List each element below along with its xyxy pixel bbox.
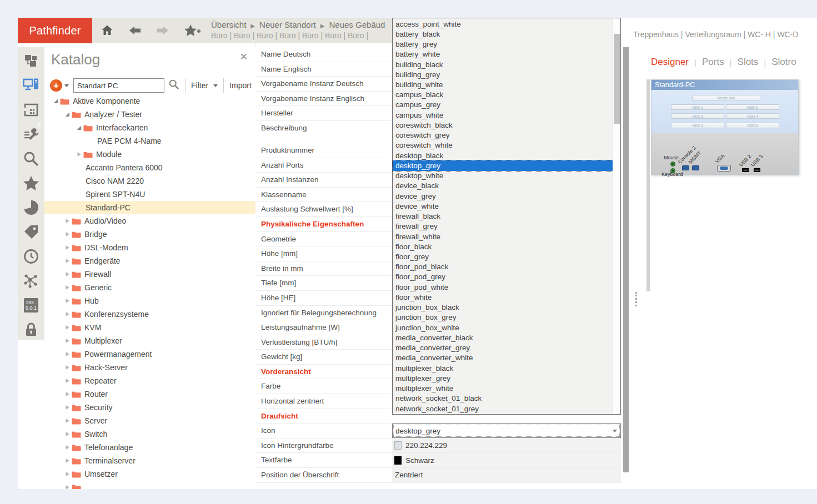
room-strip-right[interactable]: Treppenhaus | Verteilungsraum | WC- H | …	[633, 30, 816, 39]
dropdown-option-battery_black[interactable]: battery_black	[393, 29, 613, 39]
tree-item-accanto-pantera-6000[interactable]: Accanto Pantera 6000	[44, 161, 255, 174]
home-icon[interactable]	[100, 24, 114, 37]
dropdown-option-desktop_white[interactable]: desktop_white	[393, 171, 613, 181]
property-value[interactable]: 220.224.229	[392, 439, 621, 453]
tree-item-repeater[interactable]: Repeater	[44, 374, 255, 387]
tree-collapse-icon[interactable]	[74, 125, 83, 130]
dropdown-option-firewall_black[interactable]: firewall_black	[393, 211, 613, 221]
dropdown-option-media_converter_grey[interactable]: media_converter_grey	[393, 343, 613, 353]
tree-expand-icon[interactable]	[63, 338, 72, 344]
port-connector-mgmt[interactable]	[692, 165, 699, 170]
dropdown-option-building_white[interactable]: building_white	[393, 79, 613, 89]
lock-icon[interactable]	[22, 320, 41, 339]
tree-item-spirent-spt-n4u[interactable]: Spirent SPT-N4U	[44, 188, 255, 201]
color-swatch[interactable]	[394, 456, 402, 465]
dropdown-option-campus_white[interactable]: campus_white	[393, 110, 613, 120]
dropdown-option-desktop_grey[interactable]: desktop_grey	[393, 160, 613, 170]
port-connector-usb-2[interactable]	[742, 168, 749, 172]
tree-item-audio-video[interactable]: Audio/Video	[44, 214, 255, 228]
device-slot[interactable]: HDD 4	[726, 113, 779, 119]
filter-button[interactable]: Filter	[191, 81, 218, 90]
add-component-button[interactable]: +	[50, 79, 62, 92]
tab-slots[interactable]: Slots	[738, 57, 759, 68]
tab-ports[interactable]: Ports	[702, 57, 724, 68]
dropdown-option-device_grey[interactable]: device_grey	[393, 191, 613, 201]
add-component-dropdown-icon[interactable]	[64, 84, 69, 87]
tree-collapse-icon[interactable]	[51, 98, 60, 104]
dropdown-option-multiplexer_white[interactable]: multiplexer_white	[393, 383, 613, 393]
panel-splitter-handle[interactable]	[635, 292, 637, 306]
dropdown-option-device_black[interactable]: device_black	[393, 181, 613, 191]
tree-item-generic[interactable]: Generic	[44, 281, 255, 294]
tree-item-bridge[interactable]: Bridge	[44, 228, 255, 241]
device-preview[interactable]: Standard-PC Media BayHDD 1HDD 2HDD 3HDD …	[651, 79, 799, 175]
dropdown-option-multiplexer_grey[interactable]: multiplexer_grey	[393, 373, 613, 383]
dropdown-option-floor_pod_white[interactable]: floor_pod_white	[393, 282, 613, 292]
room-strip-left[interactable]: Büro | Büro | Büro | Büro | Büro | Büro …	[211, 31, 385, 40]
tree-item-analyzer-tester[interactable]: Analyzer / Tester	[44, 108, 255, 121]
dropdown-option-coreswitch_black[interactable]: coreswitch_black	[393, 120, 613, 130]
tree-item-cisco-nam-2220[interactable]: Cisco NAM 2220	[44, 174, 255, 188]
dropdown-option-network_socket_01_black[interactable]: network_socket_01_black	[393, 394, 613, 404]
property-value[interactable]: desktop_grey	[392, 424, 621, 438]
ip-address-icon[interactable]: 192.0.0.1	[22, 296, 41, 314]
icon-combobox[interactable]: desktop_grey	[392, 424, 621, 438]
dropdown-option-media_converter_black[interactable]: media_converter_black	[393, 332, 613, 342]
tree-expand-icon[interactable]	[63, 351, 72, 357]
dropdown-option-floor_pod_black[interactable]: floor_pod_black	[393, 262, 613, 272]
tree-item-dsl-modem[interactable]: DSL-Modem	[44, 241, 255, 254]
tree-item-security[interactable]: Security	[44, 401, 255, 414]
dropdown-option-campus_black[interactable]: campus_black	[393, 90, 613, 100]
property-value[interactable]: Zentriert	[392, 468, 621, 482]
add-favorite-icon[interactable]	[183, 23, 201, 38]
tree-item-multiplexer[interactable]: Multiplexer	[44, 334, 255, 347]
tree-expand-icon[interactable]	[63, 378, 72, 384]
forward-icon[interactable]	[156, 24, 170, 37]
pie-chart-icon[interactable]	[22, 198, 41, 216]
tree-expand-icon[interactable]	[63, 285, 72, 290]
tree-expand-icon[interactable]	[74, 152, 83, 157]
dropdown-option-floor_white[interactable]: floor_white	[393, 292, 613, 302]
breadcrumb-item[interactable]: Neuer Standort	[259, 20, 316, 29]
property-value[interactable]: Schwarz	[392, 453, 621, 467]
dropdown-option-multiplexer_black[interactable]: multiplexer_black	[393, 363, 613, 373]
tab-designer[interactable]: Designer	[651, 57, 689, 68]
dropdown-option-campus_grey[interactable]: campus_grey	[393, 100, 613, 110]
tree-item-firewall[interactable]: Firewall	[44, 268, 255, 281]
dropdown-option-floor_pod_grey[interactable]: floor_pod_grey	[393, 272, 613, 282]
floorplan-icon[interactable]	[22, 100, 41, 119]
port-connector-vga[interactable]	[717, 165, 731, 172]
tree-item-aktive-komponente[interactable]: Aktive Komponente	[44, 94, 255, 108]
import-button[interactable]: Import	[229, 81, 252, 90]
tree-expand-icon[interactable]	[63, 231, 72, 237]
tree-item-rack-server[interactable]: Rack-Server	[44, 361, 255, 374]
tree-expand-icon[interactable]	[63, 258, 72, 264]
dropdown-option-firewall_grey[interactable]: firewall_grey	[393, 221, 613, 231]
search-icon[interactable]	[168, 79, 179, 92]
chevron-down-icon[interactable]	[613, 430, 617, 432]
device-slot[interactable]: HDD 3	[671, 113, 724, 119]
tree-expand-icon[interactable]	[63, 298, 72, 304]
tree-collapse-icon[interactable]	[63, 112, 72, 117]
tree-item-konferenzsysteme[interactable]: Konferenzsysteme	[44, 308, 255, 321]
tree-expand-icon[interactable]	[63, 458, 72, 463]
tools-icon[interactable]: 3	[22, 125, 41, 143]
dropdown-option-device_white[interactable]: device_white	[393, 201, 613, 211]
breadcrumb[interactable]: Übersicht▶Neuer Standort▶Neues Gebäud	[211, 20, 385, 29]
tree-expand-icon[interactable]	[63, 471, 72, 477]
tree-expand-icon[interactable]	[63, 311, 72, 317]
dropdown-option-floor_black[interactable]: floor_black	[393, 241, 613, 251]
tree-expand-icon[interactable]	[63, 271, 72, 277]
port-connector-console-2[interactable]	[682, 165, 689, 170]
tree-item-pae-pcm-4-name[interactable]: PAE PCM 4-Name	[44, 134, 255, 148]
tree-expand-icon[interactable]	[63, 485, 72, 489]
tree-expand-icon[interactable]	[63, 391, 72, 397]
tree-item-server[interactable]: Server	[44, 414, 255, 427]
network-graph-icon[interactable]	[22, 271, 41, 290]
favorites-icon[interactable]	[22, 174, 41, 192]
close-icon[interactable]: ✕	[240, 51, 248, 63]
tree-expand-icon[interactable]	[63, 405, 72, 410]
breadcrumb-item[interactable]: Übersicht	[211, 20, 246, 29]
device-slot[interactable]: HDD 2	[726, 104, 779, 110]
app-logo[interactable]: Pathfinder	[18, 18, 92, 43]
